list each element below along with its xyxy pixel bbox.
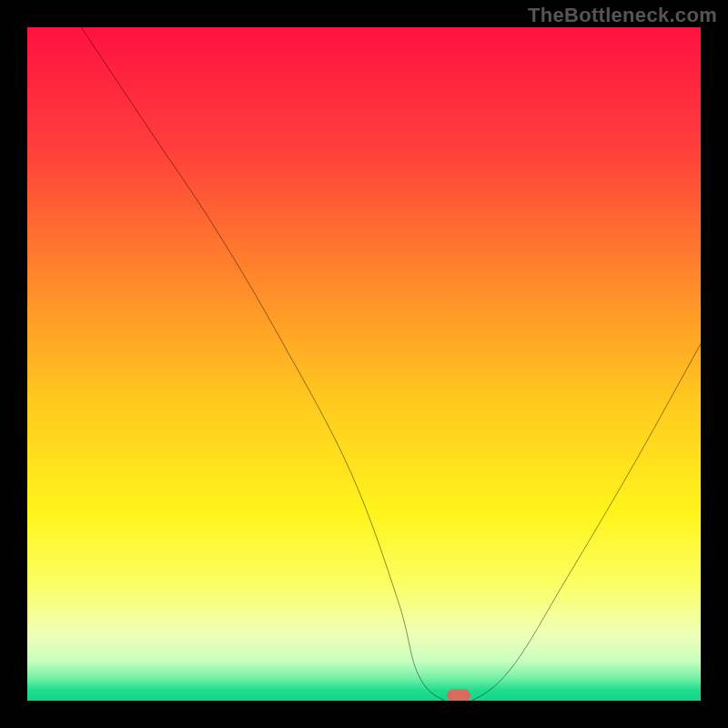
watermark-text: TheBottleneck.com [528,4,717,27]
bottleneck-curve [27,27,701,701]
chart-container: TheBottleneck.com [0,0,728,728]
plot-area [27,27,701,701]
optimal-marker [447,690,470,701]
